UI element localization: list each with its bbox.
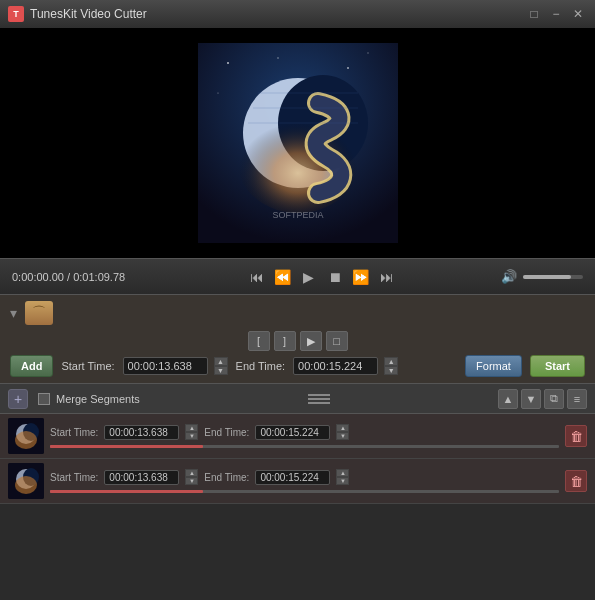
seg-end-spinner[interactable]: ▲ ▼ — [336, 424, 349, 440]
start-time-spinner[interactable]: ▲ ▼ — [214, 357, 228, 375]
seg-start-label: Start Time: — [50, 427, 98, 438]
total-time: 0:01:09.78 — [73, 271, 125, 283]
svg-point-1 — [227, 62, 229, 64]
move-up-button[interactable]: ▲ — [498, 389, 518, 409]
end-time-input[interactable] — [293, 357, 378, 375]
maximize-button[interactable]: □ — [525, 5, 543, 23]
trim-bottom-row: Add Start Time: ▲ ▼ End Time: ▲ ▼ Format… — [10, 355, 585, 377]
seg-start-input[interactable] — [104, 470, 179, 485]
step-back-button[interactable]: ⏪ — [273, 267, 293, 287]
segment-progress-fill — [50, 445, 203, 448]
segment-thumbnail — [8, 463, 44, 499]
seg-start-up[interactable]: ▲ — [185, 424, 198, 432]
segments-section: + Merge Segments ▲ ▼ ⧉ ≡ Start Time: — [0, 384, 595, 504]
move-down-button[interactable]: ▼ — [521, 389, 541, 409]
segment-start-row: Start Time: ▲ ▼ End Time: ▲ ▼ — [50, 469, 559, 485]
seg-start-up[interactable]: ▲ — [185, 469, 198, 477]
mark-out-button[interactable]: ] — [274, 331, 296, 351]
seg-end-input[interactable] — [255, 470, 330, 485]
skip-to-end-button[interactable]: ⏭ — [377, 267, 397, 287]
segment-fields: Start Time: ▲ ▼ End Time: ▲ ▼ — [50, 469, 559, 493]
volume-fill — [523, 275, 571, 279]
segment-thumbnail — [8, 418, 44, 454]
seg-end-down[interactable]: ▼ — [336, 477, 349, 485]
trim-section: ▾ ⌒ [ ] ▶ □ Add Start Time: ▲ ▼ End Time… — [0, 294, 595, 384]
segment-progress-bar — [50, 445, 559, 448]
seg-end-label: End Time: — [204, 472, 249, 483]
seg-start-down[interactable]: ▼ — [185, 477, 198, 485]
end-time-up[interactable]: ▲ — [384, 357, 398, 366]
add-segment-button[interactable]: + — [8, 389, 28, 409]
stop-button[interactable]: ⏹ — [325, 267, 345, 287]
seg-start-spinner[interactable]: ▲ ▼ — [185, 424, 198, 440]
trim-top-row: ▾ ⌒ — [10, 301, 585, 325]
merge-checkbox[interactable] — [38, 393, 50, 405]
playback-controls: ⏮ ⏪ ▶ ⏹ ⏩ ⏭ — [150, 267, 493, 287]
svg-point-2 — [277, 57, 279, 59]
close-button[interactable]: ✕ — [569, 5, 587, 23]
seg-end-down[interactable]: ▼ — [336, 432, 349, 440]
window-controls: □ − ✕ — [525, 5, 587, 23]
end-time-down[interactable]: ▼ — [384, 366, 398, 375]
mark-in-button[interactable]: [ — [248, 331, 270, 351]
seg-end-input[interactable] — [255, 425, 330, 440]
seg-end-up[interactable]: ▲ — [336, 469, 349, 477]
end-time-label: End Time: — [236, 360, 286, 372]
time-display: 0:00:00.00 / 0:01:09.78 — [12, 271, 142, 283]
segment-fields: Start Time: ▲ ▼ End Time: ▲ ▼ — [50, 424, 559, 448]
svg-point-16 — [15, 431, 37, 449]
volume-slider[interactable] — [523, 275, 583, 279]
volume-control: 🔊 — [501, 269, 583, 284]
current-time: 0:00:00.00 — [12, 271, 64, 283]
add-button[interactable]: Add — [10, 355, 53, 377]
volume-icon: 🔊 — [501, 269, 517, 284]
segment-header-controls: ▲ ▼ ⧉ ≡ — [498, 389, 587, 409]
start-time-up[interactable]: ▲ — [214, 357, 228, 366]
seg-start-input[interactable] — [104, 425, 179, 440]
segment-delete-button[interactable]: 🗑 — [565, 425, 587, 447]
skip-to-start-button[interactable]: ⏮ — [247, 267, 267, 287]
trim-icon-buttons: [ ] ▶ □ — [10, 331, 585, 351]
list-view-button[interactable]: ≡ — [567, 389, 587, 409]
window-view-button[interactable]: ⧉ — [544, 389, 564, 409]
start-time-label: Start Time: — [61, 360, 114, 372]
svg-text:SOFTPEDIA: SOFTPEDIA — [272, 210, 323, 220]
segment-delete-button[interactable]: 🗑 — [565, 470, 587, 492]
seg-start-down[interactable]: ▼ — [185, 432, 198, 440]
seg-end-spinner[interactable]: ▲ ▼ — [336, 469, 349, 485]
segment-start-row: Start Time: ▲ ▼ End Time: ▲ ▼ — [50, 424, 559, 440]
app-title: TunesKit Video Cutter — [30, 7, 525, 21]
minimize-button[interactable]: − — [547, 5, 565, 23]
segments-header: + Merge Segments ▲ ▼ ⧉ ≡ — [0, 384, 595, 414]
play-button[interactable]: ▶ — [299, 267, 319, 287]
video-thumbnail: SOFTPEDIA — [198, 43, 398, 243]
clip-button[interactable]: □ — [326, 331, 348, 351]
segment-progress-fill — [50, 490, 203, 493]
end-time-spinner[interactable]: ▲ ▼ — [384, 357, 398, 375]
svg-point-20 — [15, 476, 37, 494]
merge-label: Merge Segments — [56, 393, 140, 405]
seg-start-spinner[interactable]: ▲ ▼ — [185, 469, 198, 485]
start-button[interactable]: Start — [530, 355, 585, 377]
play-segment-button[interactable]: ▶ — [300, 331, 322, 351]
segment-row: Start Time: ▲ ▼ End Time: ▲ ▼ 🗑 — [0, 414, 595, 459]
playback-bar: 0:00:00.00 / 0:01:09.78 ⏮ ⏪ ▶ ⏹ ⏩ ⏭ 🔊 — [0, 258, 595, 294]
seg-start-label: Start Time: — [50, 472, 98, 483]
title-bar: T TunesKit Video Cutter □ − ✕ — [0, 0, 595, 28]
seg-end-up[interactable]: ▲ — [336, 424, 349, 432]
format-button[interactable]: Format — [465, 355, 522, 377]
drag-handle-icon — [146, 394, 492, 404]
seg-end-label: End Time: — [204, 427, 249, 438]
svg-point-3 — [347, 67, 349, 69]
segment-row: Start Time: ▲ ▼ End Time: ▲ ▼ 🗑 — [0, 459, 595, 504]
svg-point-4 — [367, 52, 368, 53]
start-time-down[interactable]: ▼ — [214, 366, 228, 375]
segment-progress-bar — [50, 490, 559, 493]
start-time-input[interactable] — [123, 357, 208, 375]
video-area: SOFTPEDIA — [0, 28, 595, 258]
dropdown-arrow-icon: ▾ — [10, 305, 17, 321]
step-forward-button[interactable]: ⏩ — [351, 267, 371, 287]
svg-point-5 — [217, 92, 218, 93]
app-icon: T — [8, 6, 24, 22]
bookmark-icon: ⌒ — [25, 301, 53, 325]
